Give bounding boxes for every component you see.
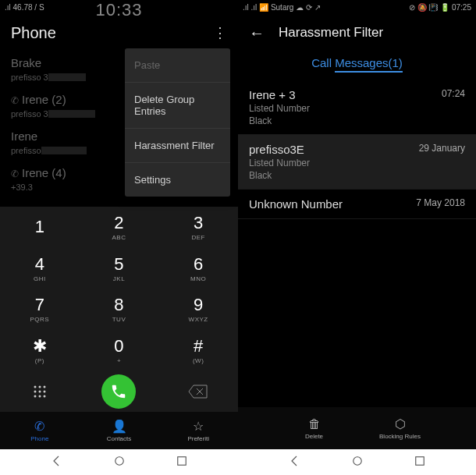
- key-0[interactable]: 0+: [80, 330, 159, 371]
- page-title: Harassment Filter: [279, 25, 383, 41]
- contact-number: +39.3: [11, 183, 33, 192]
- svg-point-6: [34, 395, 36, 397]
- tabs: Call Messages(1): [238, 51, 476, 80]
- page-title: Phone: [11, 24, 56, 42]
- contact-number: prefisso 3: [11, 73, 48, 82]
- svg-point-1: [38, 385, 41, 388]
- nav-contacts[interactable]: 👤Contacts: [80, 412, 159, 449]
- menu-harassment-filter[interactable]: Harassment Filter: [125, 129, 230, 163]
- entry-date: 07:24: [442, 88, 465, 99]
- key-hash[interactable]: #(W): [158, 330, 238, 371]
- phone-icon: ✆: [11, 168, 19, 179]
- entry-name: Irene + 3: [249, 88, 310, 101]
- contact-name: Irene: [11, 129, 37, 143]
- contact-number: prefisso: [11, 146, 41, 155]
- menu-settings[interactable]: Settings: [125, 163, 230, 197]
- contact-number: prefisso 3: [11, 109, 48, 119]
- key-5[interactable]: 5JKL: [80, 248, 159, 289]
- app-header: ← Harassment Filter: [238, 14, 476, 51]
- status-speed: .ıl 46.78 / S: [5, 3, 44, 12]
- phone-icon: ✆: [34, 419, 44, 434]
- overflow-menu: Paste Delete Group Entries Harassment Fi…: [125, 48, 230, 197]
- tab-call[interactable]: Call Messages(1): [311, 56, 403, 73]
- svg-point-2: [43, 385, 45, 388]
- entry-sub1: Listed Number: [249, 103, 310, 114]
- key-2[interactable]: 2ABC: [80, 207, 159, 248]
- svg-rect-10: [178, 456, 186, 465]
- tab-messages[interactable]: Messages(1): [335, 56, 403, 73]
- key-9[interactable]: 9WXYZ: [158, 289, 238, 330]
- keypad-toggle-icon[interactable]: [0, 370, 80, 412]
- call-button[interactable]: [80, 370, 159, 412]
- shield-icon: ⬡: [395, 417, 406, 431]
- status-bar: .ıl 46.78 / S 10:33: [0, 0, 238, 14]
- svg-point-11: [353, 456, 361, 465]
- key-3[interactable]: 3DEF: [158, 207, 238, 248]
- delete-button[interactable]: 🗑Delete: [283, 407, 346, 449]
- key-7[interactable]: 7PQRS: [0, 289, 80, 330]
- key-6[interactable]: 6MNO: [158, 248, 238, 289]
- phone-icon: ✆: [11, 95, 19, 106]
- key-star[interactable]: ✱(P): [0, 330, 80, 371]
- nav-home-icon[interactable]: [112, 454, 126, 471]
- status-clock: 10:33: [95, 0, 142, 20]
- contacts-icon: 👤: [112, 419, 127, 434]
- svg-point-9: [115, 456, 123, 465]
- svg-point-4: [38, 390, 41, 392]
- entry-name: prefisso3E: [249, 143, 310, 156]
- star-icon: ☆: [193, 419, 204, 434]
- nav-favorites[interactable]: ☆Preferiti: [158, 412, 238, 449]
- filter-entry[interactable]: Unknown Number 7 May 2018: [238, 190, 476, 219]
- nav-back-icon[interactable]: [287, 454, 301, 471]
- entry-date: 29 January: [419, 143, 465, 154]
- svg-point-5: [43, 390, 45, 392]
- key-1[interactable]: 1: [0, 207, 80, 248]
- blocking-rules-button[interactable]: ⬡Blocking Rules: [369, 407, 432, 449]
- status-indicators: .ıl .ıl 📶 Sutarg ☁ ⟳ ↗: [243, 3, 321, 12]
- svg-point-0: [34, 385, 36, 388]
- filter-entry[interactable]: prefisso3E Listed Number Black 29 Januar…: [238, 135, 476, 190]
- key-4[interactable]: 4GHI: [0, 248, 80, 289]
- svg-point-7: [38, 395, 41, 397]
- status-bar: .ıl .ıl 📶 Sutarg ☁ ⟳ ↗ ⊘ 🔕 📳 🔋 07:25: [238, 0, 476, 14]
- menu-paste: Paste: [125, 48, 230, 83]
- harassment-filter-screen: .ıl .ıl 📶 Sutarg ☁ ⟳ ↗ ⊘ 🔕 📳 🔋 07:25 ← H…: [238, 0, 476, 449]
- svg-rect-12: [416, 456, 424, 465]
- dialpad: 1 2ABC 3DEF 4GHI 5JKL 6MNO 7PQRS 8TUV 9W…: [0, 207, 238, 412]
- phone-app-screen: .ıl 46.78 / S 10:33 Phone ⋮ Brake prefis…: [0, 0, 238, 449]
- filter-entry[interactable]: Irene + 3 Listed Number Black 07:24: [238, 80, 476, 135]
- contact-name: ✆Irene (4): [11, 166, 66, 179]
- trash-icon: 🗑: [308, 417, 321, 431]
- backspace-button[interactable]: [158, 370, 238, 412]
- menu-delete-group[interactable]: Delete Group Entries: [125, 83, 230, 129]
- entry-sub2: Black: [249, 115, 310, 126]
- svg-point-8: [43, 395, 45, 397]
- nav-recent-icon[interactable]: [175, 454, 189, 471]
- entry-date: 7 May 2018: [416, 197, 465, 208]
- back-arrow-icon[interactable]: ←: [249, 24, 265, 42]
- entry-name: Unknown Number: [249, 197, 343, 211]
- entry-sub1: Listed Number: [249, 158, 310, 168]
- nav-home-icon[interactable]: [350, 454, 364, 471]
- bottom-nav: ✆Phone 👤Contacts ☆Preferiti: [0, 412, 238, 449]
- system-nav-bar: [0, 449, 476, 475]
- contact-name: ✆Irene (2): [11, 93, 66, 106]
- bottom-actions: 🗑Delete ⬡Blocking Rules: [238, 407, 476, 449]
- contact-name: Brake: [11, 56, 41, 69]
- filter-list: Irene + 3 Listed Number Black 07:24 pref…: [238, 80, 476, 219]
- nav-recent-icon[interactable]: [413, 454, 427, 471]
- entry-sub2: Black: [249, 170, 310, 181]
- overflow-menu-icon[interactable]: ⋮: [213, 24, 227, 41]
- svg-point-3: [34, 390, 36, 392]
- nav-back-icon[interactable]: [49, 454, 63, 471]
- key-8[interactable]: 8TUV: [80, 289, 159, 330]
- nav-phone[interactable]: ✆Phone: [0, 412, 80, 449]
- status-right: ⊘ 🔕 📳 🔋 07:25: [409, 3, 471, 12]
